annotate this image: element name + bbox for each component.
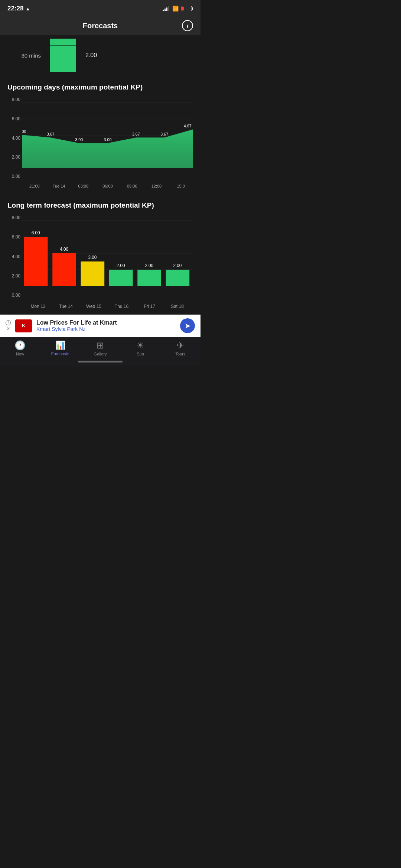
clock-icon: 🕐 <box>14 340 26 351</box>
wifi-icon: 📶 <box>172 6 179 12</box>
plane-icon: ✈ <box>177 340 184 351</box>
status-time: 22:28 ▲ <box>7 5 30 12</box>
ad-logo: K <box>15 319 32 332</box>
tab-sun[interactable]: ☀ Sun <box>120 340 160 356</box>
tab-gallery-label: Gallery <box>94 352 107 356</box>
svg-text:3.00: 3.00 <box>88 255 97 260</box>
bar-chart: 6.00 4.00 3.00 2.00 2.00 2.00 <box>22 217 193 302</box>
bar-tue14 <box>52 253 76 286</box>
gallery-icon: ⊞ <box>97 340 104 351</box>
tab-bar: 🕐 Now 📊 Forecasts ⊞ Gallery ☀ Sun ✈ Tour… <box>0 337 200 358</box>
val-label-2: 3.00 <box>75 137 83 142</box>
home-indicator <box>0 358 200 366</box>
tab-tours-label: Tours <box>176 352 186 356</box>
ad-cta-button[interactable]: ➤ <box>180 318 195 333</box>
svg-text:2.00: 2.00 <box>117 263 125 268</box>
y-axis-labels: 8.00 6.00 4.00 2.00 0.00 <box>6 95 20 181</box>
barchart-icon: 📊 <box>55 341 65 350</box>
thirty-mins-bar <box>48 39 78 72</box>
bar-sat18 <box>166 270 190 286</box>
svg-text:2.00: 2.00 <box>145 263 153 268</box>
info-button[interactable]: i <box>182 20 193 31</box>
upcoming-days-title: Upcoming days (maximum potential KP) <box>4 76 197 95</box>
sun-icon: ☀ <box>136 340 144 351</box>
tab-now[interactable]: 🕐 Now <box>0 340 40 356</box>
ad-close-button[interactable]: ✕ <box>6 326 10 331</box>
val-label-0: 4.00 <box>22 129 26 134</box>
bar-top-stub <box>50 39 76 46</box>
battery-icon <box>182 6 193 11</box>
tab-now-label: Now <box>16 352 24 356</box>
tab-forecasts-label: Forecasts <box>51 351 69 356</box>
svg-text:6.00: 6.00 <box>32 230 40 235</box>
status-icons: 📶 <box>163 6 193 12</box>
thirty-mins-label: 30 mins <box>11 52 41 59</box>
ad-title: Low Prices For Life at Kmart <box>36 319 176 326</box>
tab-forecasts[interactable]: 📊 Forecasts <box>40 341 80 356</box>
ad-subtitle: Kmart Sylvia Park Nz <box>36 326 176 332</box>
signal-icon <box>163 6 169 11</box>
bar-y-axis-labels: 8.00 6.00 4.00 2.00 0.00 <box>6 213 20 300</box>
bar-thu16 <box>109 270 133 286</box>
page-title: Forecasts <box>83 22 118 30</box>
val-label-5: 3.67 <box>160 132 168 136</box>
val-label-6: 4.67 <box>184 124 192 128</box>
long-term-title: Long term forecast (maximum potential KP… <box>4 194 197 213</box>
tab-sun-label: Sun <box>137 352 144 356</box>
bar-chart-container: 8.00 6.00 4.00 2.00 0.00 6.00 4.00 3.00 <box>4 213 197 311</box>
bar-main <box>50 46 76 72</box>
ad-text: Low Prices For Life at Kmart Kmart Sylvi… <box>36 319 176 332</box>
location-icon: ▲ <box>25 6 30 12</box>
time-display: 22:28 <box>7 5 23 12</box>
status-bar: 22:28 ▲ 📶 <box>0 0 200 16</box>
thirty-mins-section: 30 mins 2.00 <box>0 35 200 76</box>
bar-x-labels: Mon 13 Tue 14 Wed 15 Thu 16 Fri 17 Sat 1… <box>22 304 193 309</box>
tab-tours[interactable]: ✈ Tours <box>160 340 200 356</box>
ad-info-icon: i <box>6 320 11 325</box>
x-axis-labels: 21:00 Tue 14 03:00 06:00 09:00 12:00 15:… <box>22 182 193 190</box>
val-label-1: 3.67 <box>47 132 55 136</box>
thirty-mins-value: 2.00 <box>85 52 97 59</box>
upcoming-days-section: Upcoming days (maximum potential KP) 8.0… <box>0 76 200 311</box>
navigation-bar: Forecasts i <box>0 16 200 35</box>
tab-gallery[interactable]: ⊞ Gallery <box>80 340 120 356</box>
bar-wed15 <box>81 261 105 286</box>
ad-banner[interactable]: i ✕ K Low Prices For Life at Kmart Kmart… <box>0 315 200 337</box>
bar-mon13 <box>24 237 48 286</box>
line-chart: 4.00 3.67 3.00 3.00 3.67 3.67 4.67 <box>22 99 193 181</box>
svg-text:4.00: 4.00 <box>60 247 68 252</box>
svg-text:2.00: 2.00 <box>173 263 182 268</box>
val-label-4: 3.67 <box>132 132 140 136</box>
home-pill <box>78 361 123 363</box>
val-label-3: 3.00 <box>104 137 112 142</box>
bar-fri17 <box>137 270 161 286</box>
ad-close-area[interactable]: i ✕ <box>6 320 11 331</box>
line-chart-container: 8.00 6.00 4.00 2.00 0.00 <box>4 95 197 192</box>
